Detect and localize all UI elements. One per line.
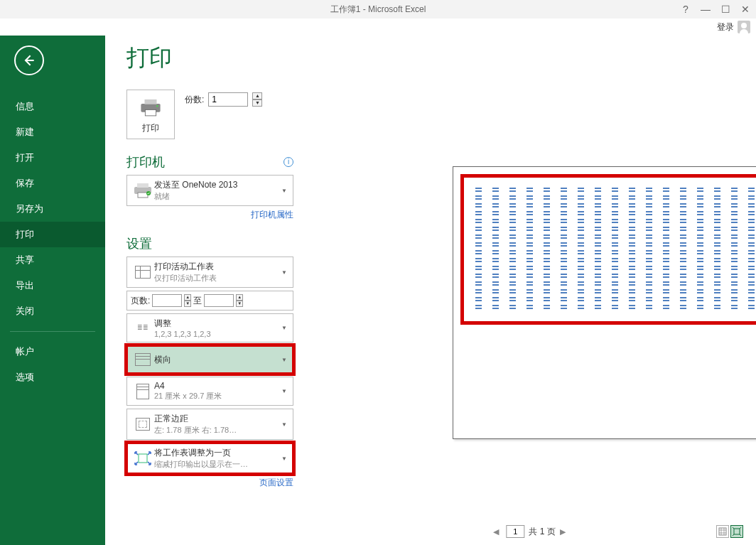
page-range-row: 页数: ▲▼ 至 ▲▼ (126, 291, 293, 311)
svg-rect-5 (137, 183, 148, 188)
sidebar-item-new[interactable]: 新建 (0, 119, 105, 145)
svg-point-3 (156, 105, 158, 107)
margins-sub: 左: 1.78 厘米 右: 1.78… (154, 425, 280, 436)
sidebar-item-info[interactable]: 信息 (0, 94, 105, 119)
back-button[interactable] (14, 45, 44, 75)
svg-rect-9 (719, 528, 726, 535)
printer-properties-link[interactable]: 打印机属性 (251, 210, 293, 220)
collate-dropdown[interactable]: ≣≣ 调整 1,2,3 1,2,3 1,2,3 ▼ (126, 313, 293, 342)
chevron-down-icon: ▼ (280, 421, 288, 428)
worksheet-icon (135, 266, 151, 279)
orientation-title: 横向 (154, 354, 280, 366)
sidebar-item-close[interactable]: 关闭 (0, 298, 105, 324)
print-button-label: 打印 (139, 122, 163, 134)
page-icon (136, 384, 149, 399)
preview-page (453, 166, 756, 439)
sidebar-item-account[interactable]: 帐户 (0, 339, 105, 365)
printer-device-icon (131, 183, 154, 198)
copies-label: 份数: (185, 94, 204, 106)
next-page-button[interactable]: ▶ (560, 527, 568, 536)
window-title: 工作簿1 - Microsoft Excel (330, 4, 426, 16)
page-from-up[interactable]: ▲ (184, 294, 191, 301)
print-what-dropdown[interactable]: 打印活动工作表 仅打印活动工作表 ▼ (126, 257, 293, 288)
login-link[interactable]: 登录 (717, 21, 734, 33)
current-page-input[interactable] (506, 525, 524, 538)
svg-rect-8 (139, 454, 147, 463)
svg-rect-1 (145, 99, 157, 104)
orientation-dropdown[interactable]: 横向 ▼ (126, 345, 293, 374)
margins-icon (136, 418, 150, 431)
orientation-icon (135, 353, 151, 366)
paper-title: A4 (154, 381, 280, 391)
copies-spin-down[interactable]: ▼ (252, 99, 262, 107)
printer-dropdown[interactable]: 发送至 OneNote 2013 就绪 ▼ (126, 175, 293, 206)
settings-section-title: 设置 (126, 235, 152, 252)
minimize-button[interactable]: — (701, 4, 711, 14)
printer-section-title: 打印机 (126, 153, 165, 171)
sidebar-item-options[interactable]: 选项 (0, 365, 105, 390)
printer-name: 发送至 OneNote 2013 (154, 179, 280, 191)
paper-size-dropdown[interactable]: A4 21 厘米 x 29.7 厘米 ▼ (126, 377, 293, 406)
collate-sub: 1,2,3 1,2,3 1,2,3 (154, 330, 280, 338)
page-title: 打印 (126, 43, 293, 74)
scaling-sub: 缩减打印输出以显示在一… (154, 459, 280, 470)
sidebar-item-share[interactable]: 共享 (0, 247, 105, 273)
printer-icon (139, 97, 163, 117)
svg-rect-2 (145, 109, 156, 116)
page-to-input[interactable] (204, 294, 234, 307)
margins-title: 正常边距 (154, 413, 280, 425)
svg-rect-6 (138, 193, 148, 198)
svg-rect-10 (734, 529, 740, 534)
restore-button[interactable]: ☐ (720, 4, 730, 14)
sidebar-item-save[interactable]: 保存 (0, 171, 105, 196)
print-what-sub: 仅打印活动工作表 (154, 273, 280, 284)
prev-page-button[interactable]: ◀ (493, 527, 502, 536)
login-bar: 登录 (0, 18, 756, 36)
pages-to-label: 至 (193, 295, 202, 307)
backstage-sidebar: 信息 新建 打开 保存 另存为 打印 共享 导出 关闭 帐户 选项 (0, 36, 105, 545)
page-from-down[interactable]: ▼ (184, 301, 191, 307)
print-button[interactable]: 打印 (126, 90, 175, 139)
page-total-label: 共 1 页 (529, 526, 555, 538)
show-margins-button[interactable] (716, 525, 729, 538)
printer-info-icon[interactable]: i (284, 157, 293, 167)
chevron-down-icon: ▼ (280, 325, 288, 331)
chevron-down-icon: ▼ (280, 269, 288, 276)
collate-title: 调整 (154, 318, 280, 330)
chevron-down-icon: ▼ (280, 188, 288, 194)
page-setup-link[interactable]: 页面设置 (259, 477, 293, 487)
collate-icon: ≣≣ (137, 325, 148, 331)
copies-input[interactable] (208, 92, 248, 107)
sidebar-divider (10, 331, 95, 332)
margins-dropdown[interactable]: 正常边距 左: 1.78 厘米 右: 1.78… ▼ (126, 409, 293, 440)
sidebar-item-open[interactable]: 打开 (0, 145, 105, 171)
close-button[interactable]: ✕ (740, 4, 750, 14)
title-bar: 工作簿1 - Microsoft Excel ? — ☐ ✕ (0, 0, 756, 18)
print-what-title: 打印活动工作表 (154, 261, 280, 273)
chevron-down-icon: ▼ (280, 357, 288, 363)
scaling-title: 将工作表调整为一页 (154, 447, 280, 459)
page-from-input[interactable] (152, 294, 182, 307)
page-to-down[interactable]: ▼ (236, 301, 243, 307)
sidebar-item-saveas[interactable]: 另存为 (0, 196, 105, 222)
print-preview (315, 36, 743, 517)
page-to-up[interactable]: ▲ (236, 294, 243, 301)
sidebar-item-print[interactable]: 打印 (0, 222, 105, 247)
sidebar-item-export[interactable]: 导出 (0, 273, 105, 298)
fit-to-page-icon (134, 451, 151, 465)
preview-highlighted-region (460, 174, 756, 325)
chevron-down-icon: ▼ (280, 455, 288, 462)
scaling-dropdown[interactable]: 将工作表调整为一页 缩减打印输出以显示在一… ▼ (126, 443, 293, 474)
back-arrow-icon (22, 53, 36, 68)
help-button[interactable]: ? (681, 4, 691, 14)
printer-status: 就绪 (154, 191, 280, 202)
paper-sub: 21 厘米 x 29.7 厘米 (154, 391, 280, 401)
avatar-icon[interactable] (738, 21, 750, 33)
zoom-to-page-button[interactable] (730, 525, 743, 538)
chevron-down-icon: ▼ (280, 388, 288, 394)
copies-spin-up[interactable]: ▲ (252, 92, 262, 99)
pages-label: 页数: (131, 295, 150, 307)
